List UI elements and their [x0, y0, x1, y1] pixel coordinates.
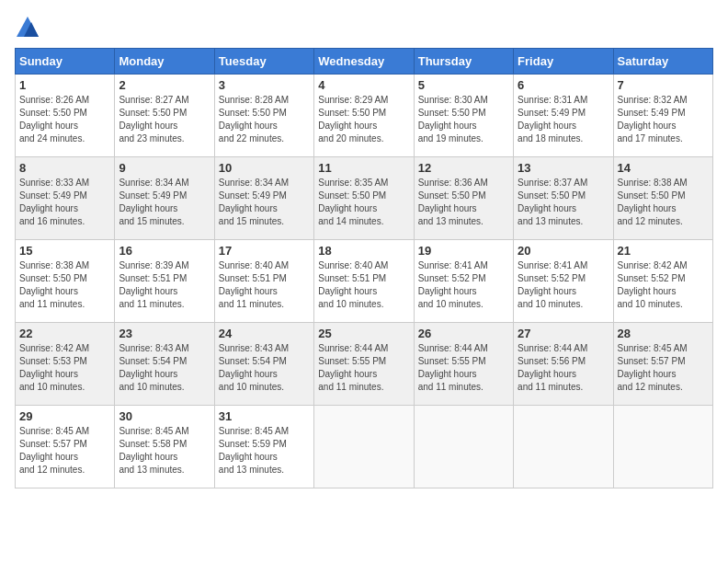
day-info: Sunrise: 8:27 AMSunset: 5:50 PMDaylight … — [119, 95, 188, 144]
calendar-cell: 4 Sunrise: 8:29 AMSunset: 5:50 PMDayligh… — [314, 75, 414, 157]
day-info: Sunrise: 8:38 AMSunset: 5:50 PMDaylight … — [19, 260, 89, 309]
calendar-cell: 24 Sunrise: 8:43 AMSunset: 5:54 PMDaylig… — [214, 323, 313, 406]
day-number: 10 — [219, 161, 310, 175]
calendar-cell — [514, 406, 613, 488]
day-info: Sunrise: 8:43 AMSunset: 5:54 PMDaylight … — [119, 343, 188, 392]
calendar-cell: 29 Sunrise: 8:45 AMSunset: 5:57 PMDaylig… — [16, 406, 115, 488]
weekday-header-cell: Wednesday — [314, 49, 414, 75]
day-info: Sunrise: 8:33 AMSunset: 5:49 PMDaylight … — [19, 178, 89, 226]
day-number: 19 — [418, 244, 509, 258]
calendar-table: SundayMondayTuesdayWednesdayThursdayFrid… — [15, 48, 713, 488]
day-number: 9 — [119, 161, 210, 175]
calendar-cell: 22 Sunrise: 8:42 AMSunset: 5:53 PMDaylig… — [16, 323, 115, 406]
day-info: Sunrise: 8:26 AMSunset: 5:50 PMDaylight … — [19, 95, 89, 144]
day-number: 28 — [618, 327, 709, 340]
day-number: 16 — [119, 244, 210, 258]
logo — [15, 15, 44, 40]
day-number: 21 — [618, 244, 709, 258]
day-number: 14 — [618, 161, 709, 175]
calendar-cell — [414, 406, 513, 488]
day-info: Sunrise: 8:42 AMSunset: 5:53 PMDaylight … — [19, 343, 89, 392]
day-info: Sunrise: 8:35 AMSunset: 5:50 PMDaylight … — [318, 178, 388, 226]
weekday-header-cell: Thursday — [414, 49, 513, 75]
day-number: 4 — [318, 78, 409, 92]
day-number: 27 — [518, 327, 609, 340]
header — [15, 15, 713, 40]
calendar-cell: 30 Sunrise: 8:45 AMSunset: 5:58 PMDaylig… — [115, 406, 214, 488]
day-number: 24 — [219, 327, 310, 340]
day-info: Sunrise: 8:34 AMSunset: 5:49 PMDaylight … — [119, 178, 188, 226]
day-info: Sunrise: 8:34 AMSunset: 5:49 PMDaylight … — [219, 178, 289, 226]
day-number: 22 — [19, 327, 110, 340]
day-number: 7 — [618, 78, 709, 92]
calendar-cell — [314, 406, 414, 488]
day-info: Sunrise: 8:43 AMSunset: 5:54 PMDaylight … — [219, 343, 289, 392]
day-number: 20 — [518, 244, 609, 258]
calendar-cell: 28 Sunrise: 8:45 AMSunset: 5:57 PMDaylig… — [613, 323, 712, 406]
calendar-cell: 15 Sunrise: 8:38 AMSunset: 5:50 PMDaylig… — [16, 240, 115, 323]
calendar-cell: 10 Sunrise: 8:34 AMSunset: 5:49 PMDaylig… — [214, 157, 313, 240]
day-info: Sunrise: 8:45 AMSunset: 5:57 PMDaylight … — [618, 343, 688, 392]
day-number: 6 — [518, 78, 609, 92]
day-info: Sunrise: 8:44 AMSunset: 5:56 PMDaylight … — [518, 343, 587, 392]
weekday-header-cell: Sunday — [16, 49, 115, 75]
day-number: 29 — [19, 409, 110, 423]
day-number: 2 — [119, 78, 210, 92]
calendar-cell: 8 Sunrise: 8:33 AMSunset: 5:49 PMDayligh… — [16, 157, 115, 240]
day-info: Sunrise: 8:44 AMSunset: 5:55 PMDaylight … — [318, 343, 388, 392]
calendar-cell: 6 Sunrise: 8:31 AMSunset: 5:49 PMDayligh… — [514, 75, 613, 157]
weekday-header-row: SundayMondayTuesdayWednesdayThursdayFrid… — [16, 49, 713, 75]
calendar-cell: 7 Sunrise: 8:32 AMSunset: 5:49 PMDayligh… — [613, 75, 712, 157]
calendar-cell: 9 Sunrise: 8:34 AMSunset: 5:49 PMDayligh… — [115, 157, 214, 240]
day-number: 18 — [318, 244, 409, 258]
day-number: 12 — [418, 161, 509, 175]
calendar-cell: 11 Sunrise: 8:35 AMSunset: 5:50 PMDaylig… — [314, 157, 414, 240]
day-info: Sunrise: 8:45 AMSunset: 5:59 PMDaylight … — [219, 426, 289, 475]
calendar-cell: 19 Sunrise: 8:41 AMSunset: 5:52 PMDaylig… — [414, 240, 513, 323]
day-number: 8 — [19, 161, 110, 175]
calendar-row: 1 Sunrise: 8:26 AMSunset: 5:50 PMDayligh… — [16, 75, 713, 157]
day-info: Sunrise: 8:41 AMSunset: 5:52 PMDaylight … — [418, 260, 488, 309]
day-info: Sunrise: 8:39 AMSunset: 5:51 PMDaylight … — [119, 260, 188, 309]
day-info: Sunrise: 8:32 AMSunset: 5:49 PMDaylight … — [618, 95, 688, 144]
calendar-row: 15 Sunrise: 8:38 AMSunset: 5:50 PMDaylig… — [16, 240, 713, 323]
day-info: Sunrise: 8:29 AMSunset: 5:50 PMDaylight … — [318, 95, 388, 144]
day-number: 30 — [119, 409, 210, 423]
day-number: 31 — [219, 409, 310, 423]
logo-icon — [15, 15, 40, 40]
weekday-header-cell: Monday — [115, 49, 214, 75]
calendar-cell: 18 Sunrise: 8:40 AMSunset: 5:51 PMDaylig… — [314, 240, 414, 323]
calendar-cell: 14 Sunrise: 8:38 AMSunset: 5:50 PMDaylig… — [613, 157, 712, 240]
day-info: Sunrise: 8:44 AMSunset: 5:55 PMDaylight … — [418, 343, 488, 392]
calendar-cell: 5 Sunrise: 8:30 AMSunset: 5:50 PMDayligh… — [414, 75, 513, 157]
calendar-cell: 13 Sunrise: 8:37 AMSunset: 5:50 PMDaylig… — [514, 157, 613, 240]
day-info: Sunrise: 8:41 AMSunset: 5:52 PMDaylight … — [518, 260, 587, 309]
day-number: 23 — [119, 327, 210, 340]
calendar-cell: 20 Sunrise: 8:41 AMSunset: 5:52 PMDaylig… — [514, 240, 613, 323]
calendar-cell: 17 Sunrise: 8:40 AMSunset: 5:51 PMDaylig… — [214, 240, 313, 323]
calendar-cell: 1 Sunrise: 8:26 AMSunset: 5:50 PMDayligh… — [16, 75, 115, 157]
day-info: Sunrise: 8:45 AMSunset: 5:57 PMDaylight … — [19, 426, 89, 475]
day-number: 15 — [19, 244, 110, 258]
day-number: 1 — [19, 78, 110, 92]
calendar-cell: 23 Sunrise: 8:43 AMSunset: 5:54 PMDaylig… — [115, 323, 214, 406]
day-info: Sunrise: 8:28 AMSunset: 5:50 PMDaylight … — [219, 95, 289, 144]
calendar-cell — [613, 406, 712, 488]
weekday-header-cell: Saturday — [613, 49, 712, 75]
day-number: 11 — [318, 161, 409, 175]
day-number: 26 — [418, 327, 509, 340]
day-info: Sunrise: 8:38 AMSunset: 5:50 PMDaylight … — [618, 178, 688, 226]
calendar-cell: 25 Sunrise: 8:44 AMSunset: 5:55 PMDaylig… — [314, 323, 414, 406]
day-info: Sunrise: 8:30 AMSunset: 5:50 PMDaylight … — [418, 95, 488, 144]
day-info: Sunrise: 8:40 AMSunset: 5:51 PMDaylight … — [219, 260, 289, 309]
day-number: 17 — [219, 244, 310, 258]
day-info: Sunrise: 8:45 AMSunset: 5:58 PMDaylight … — [119, 426, 188, 475]
day-info: Sunrise: 8:37 AMSunset: 5:50 PMDaylight … — [518, 178, 587, 226]
calendar-cell: 31 Sunrise: 8:45 AMSunset: 5:59 PMDaylig… — [214, 406, 313, 488]
calendar-cell: 12 Sunrise: 8:36 AMSunset: 5:50 PMDaylig… — [414, 157, 513, 240]
weekday-header-cell: Friday — [514, 49, 613, 75]
calendar-cell: 2 Sunrise: 8:27 AMSunset: 5:50 PMDayligh… — [115, 75, 214, 157]
calendar-cell: 21 Sunrise: 8:42 AMSunset: 5:52 PMDaylig… — [613, 240, 712, 323]
day-info: Sunrise: 8:31 AMSunset: 5:49 PMDaylight … — [518, 95, 587, 144]
calendar-cell: 26 Sunrise: 8:44 AMSunset: 5:55 PMDaylig… — [414, 323, 513, 406]
